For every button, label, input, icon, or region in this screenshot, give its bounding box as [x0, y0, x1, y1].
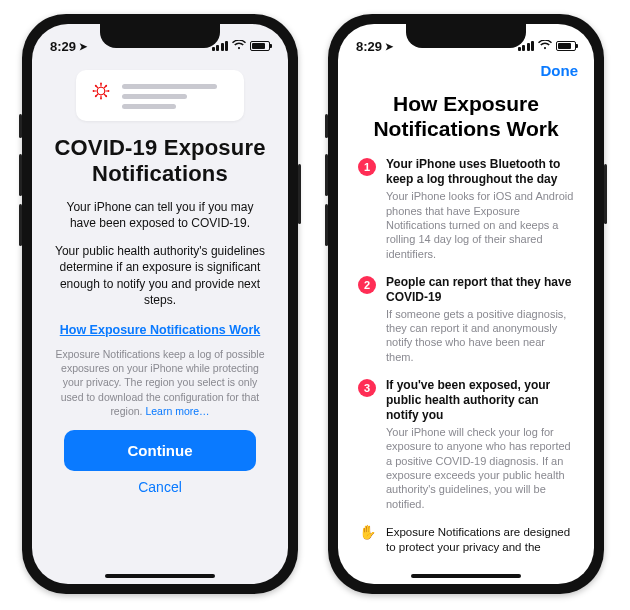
location-icon: ➤	[79, 41, 87, 52]
svg-point-16	[105, 85, 107, 87]
cancel-button[interactable]: Cancel	[54, 479, 266, 495]
svg-point-10	[100, 98, 102, 100]
notification-card-illustration	[76, 70, 244, 121]
wifi-icon	[538, 40, 552, 52]
notch	[406, 24, 526, 48]
step-2: 2 People can report that they have COVID…	[358, 275, 574, 364]
location-icon: ➤	[385, 41, 393, 52]
how-it-works-link[interactable]: How Exposure Notifications Work	[60, 323, 261, 337]
home-indicator[interactable]	[105, 574, 215, 578]
step-title: If you've been exposed, your public heal…	[386, 378, 574, 423]
home-indicator[interactable]	[411, 574, 521, 578]
battery-icon	[556, 41, 576, 51]
notch	[100, 24, 220, 48]
page-title: COVID-19 Exposure Notifications	[54, 135, 266, 187]
screen-left: 8:29 ➤	[32, 24, 288, 584]
svg-point-9	[100, 83, 102, 85]
svg-point-14	[105, 95, 107, 97]
privacy-text: Exposure Notifications are designed to p…	[386, 525, 574, 555]
status-time: 8:29	[50, 39, 76, 54]
svg-point-13	[95, 85, 97, 87]
placeholder-lines	[122, 82, 230, 109]
step-number-badge: 3	[358, 379, 376, 397]
step-body: If someone gets a positive diagnosis, th…	[386, 307, 574, 364]
step-title: People can report that they have COVID-1…	[386, 275, 574, 305]
phone-frame-left: 8:29 ➤	[22, 14, 298, 594]
virus-icon	[92, 82, 110, 104]
wifi-icon	[232, 40, 246, 52]
step-body: Your iPhone will check your log for expo…	[386, 425, 574, 511]
status-time: 8:29	[356, 39, 382, 54]
phone-frame-right: 8:29 ➤ Done How Exposure Notifications W…	[328, 14, 604, 594]
learn-more-link[interactable]: Learn more…	[145, 405, 209, 417]
svg-point-12	[108, 90, 110, 92]
intro-paragraph-1: Your iPhone can tell you if you may have…	[54, 199, 266, 231]
step-body: Your iPhone looks for iOS and Android ph…	[386, 189, 574, 260]
continue-button[interactable]: Continue	[64, 430, 256, 471]
step-title: Your iPhone uses Bluetooth to keep a log…	[386, 157, 574, 187]
step-number-badge: 2	[358, 276, 376, 294]
svg-point-11	[93, 90, 95, 92]
step-1: 1 Your iPhone uses Bluetooth to keep a l…	[358, 157, 574, 260]
svg-point-15	[95, 95, 97, 97]
step-3: 3 If you've been exposed, your public he…	[358, 378, 574, 511]
done-button[interactable]: Done	[541, 62, 579, 79]
page-title: How Exposure Notifications Work	[358, 91, 574, 141]
intro-paragraph-2: Your public health authority's guideline…	[54, 243, 266, 308]
privacy-row: ✋ Exposure Notifications are designed to…	[358, 525, 574, 555]
fineprint: Exposure Notifications keep a log of pos…	[54, 347, 266, 418]
hand-icon: ✋	[358, 525, 376, 539]
step-number-badge: 1	[358, 158, 376, 176]
svg-point-0	[97, 87, 105, 95]
battery-icon	[250, 41, 270, 51]
screen-right: 8:29 ➤ Done How Exposure Notifications W…	[338, 24, 594, 584]
